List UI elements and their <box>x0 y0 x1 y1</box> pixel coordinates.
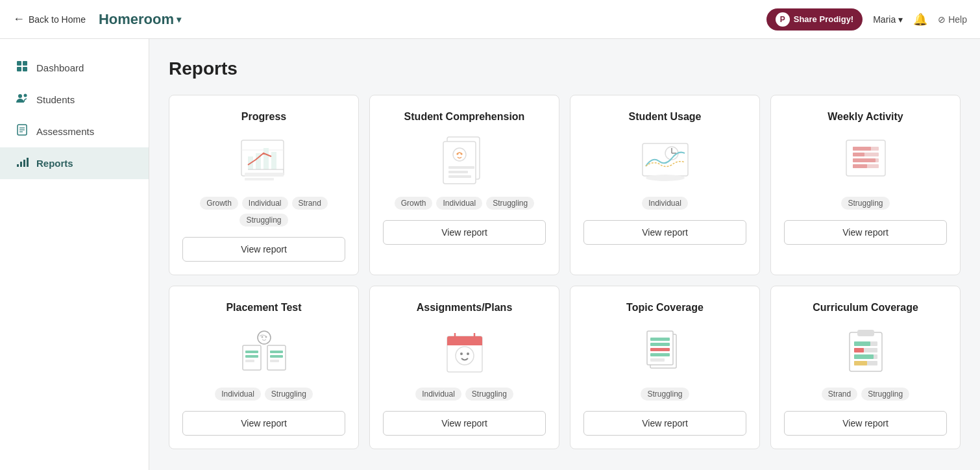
sidebar-item-dashboard[interactable]: Dashboard <box>0 52 149 84</box>
homeroom-dropdown[interactable]: Homeroom ▾ <box>99 11 181 28</box>
svg-rect-38 <box>853 147 871 151</box>
svg-rect-51 <box>245 360 254 362</box>
svg-rect-49 <box>245 351 258 353</box>
svg-rect-69 <box>650 353 670 356</box>
notifications-bell-icon[interactable]: 🔔 <box>913 12 927 27</box>
svg-rect-67 <box>650 343 670 346</box>
sidebar-students-label: Students <box>36 94 75 105</box>
page-title: Reports <box>169 58 961 79</box>
assignments-plans-card-title: Assignments/Plans <box>417 302 513 314</box>
tag-struggling-5: Struggling <box>465 388 513 401</box>
tag-individual-2: Individual <box>436 197 482 210</box>
svg-rect-30 <box>448 175 471 178</box>
svg-rect-1 <box>23 61 27 66</box>
curriculum-coverage-view-report-button[interactable]: View report <box>784 411 947 436</box>
svg-rect-36 <box>846 140 885 176</box>
svg-rect-74 <box>854 341 870 346</box>
svg-rect-29 <box>448 171 468 173</box>
svg-rect-50 <box>245 355 258 358</box>
svg-rect-66 <box>650 338 670 341</box>
svg-point-26 <box>456 153 458 155</box>
placement-test-card-title: Placement Test <box>226 302 301 314</box>
assignments-plans-card: Assignments/Plans <box>369 286 559 449</box>
svg-rect-10 <box>17 164 19 167</box>
tag-individual-3: Individual <box>642 197 688 210</box>
svg-point-45 <box>258 331 271 344</box>
sidebar-item-students[interactable]: Students <box>0 84 149 116</box>
weekly-activity-card-tags: Struggling <box>841 197 889 210</box>
svg-rect-14 <box>241 140 284 176</box>
student-comprehension-card: Student Comprehension <box>369 95 559 275</box>
reports-grid: Progress Gr <box>169 95 961 449</box>
help-button[interactable]: ⊘ Help <box>938 14 967 25</box>
svg-rect-78 <box>854 354 874 359</box>
tag-struggling-6: Struggling <box>641 388 689 401</box>
svg-rect-11 <box>20 162 22 167</box>
curriculum-coverage-card-title: Curriculum Coverage <box>813 302 918 314</box>
topic-coverage-card-icon <box>633 321 698 380</box>
svg-rect-22 <box>245 178 274 180</box>
assessments-icon <box>16 123 29 140</box>
assignments-plans-view-report-button[interactable]: View report <box>383 411 546 436</box>
placement-test-card-icon <box>232 321 297 380</box>
tag-growth: Growth <box>200 197 238 210</box>
sidebar-item-reports[interactable]: Reports <box>0 147 149 179</box>
topnav-right-area: P Share Prodigy! Maria ▾ 🔔 ⊘ Help <box>766 8 967 31</box>
user-caret-icon: ▾ <box>898 14 903 25</box>
svg-rect-54 <box>270 355 283 358</box>
svg-rect-40 <box>853 153 864 156</box>
progress-card-icon <box>232 130 297 189</box>
prodigy-p-icon: P <box>776 12 790 27</box>
svg-rect-44 <box>853 164 867 168</box>
tag-struggling-7: Struggling <box>861 388 909 401</box>
svg-rect-72 <box>857 330 874 336</box>
progress-view-report-button[interactable]: View report <box>182 237 345 262</box>
dashboard-icon <box>16 60 29 76</box>
weekly-activity-view-report-button[interactable]: View report <box>784 220 947 245</box>
topic-coverage-view-report-button[interactable]: View report <box>583 411 746 436</box>
svg-point-35 <box>646 175 685 181</box>
svg-rect-58 <box>447 341 482 345</box>
homeroom-caret-icon: ▾ <box>177 14 181 25</box>
svg-rect-13 <box>27 158 29 167</box>
user-label: Maria <box>873 14 896 25</box>
svg-rect-42 <box>853 158 876 162</box>
topic-coverage-card-title: Topic Coverage <box>626 302 704 314</box>
sidebar-item-assessments[interactable]: Assessments <box>0 116 149 147</box>
student-comprehension-card-icon <box>432 130 497 189</box>
tag-strand-2: Strand <box>822 388 857 401</box>
share-prodigy-button[interactable]: P Share Prodigy! <box>766 8 863 31</box>
svg-point-4 <box>18 94 22 98</box>
placement-test-card: Placement Test <box>169 286 359 449</box>
help-label: Help <box>948 14 967 25</box>
curriculum-coverage-card: Curriculum Coverage <box>770 286 961 449</box>
tag-struggling-3: Struggling <box>841 197 889 210</box>
topic-coverage-card-tags: Struggling <box>641 388 689 401</box>
svg-rect-55 <box>270 360 279 362</box>
svg-rect-68 <box>650 348 670 351</box>
progress-card-title: Progress <box>241 111 286 123</box>
svg-rect-0 <box>17 61 21 66</box>
main-content: Reports Progress <box>149 39 980 470</box>
student-usage-view-report-button[interactable]: View report <box>583 220 746 245</box>
svg-rect-21 <box>245 173 284 177</box>
tag-individual-4: Individual <box>215 388 261 401</box>
placement-test-view-report-button[interactable]: View report <box>182 411 345 436</box>
svg-rect-12 <box>23 160 25 167</box>
svg-rect-76 <box>854 348 864 352</box>
svg-rect-31 <box>643 143 688 176</box>
user-menu-button[interactable]: Maria ▾ <box>873 14 903 25</box>
weekly-activity-card-title: Weekly Activity <box>827 111 903 123</box>
app-layout: Dashboard Students <box>0 39 980 470</box>
sidebar: Dashboard Students <box>0 39 149 470</box>
topic-coverage-card: Topic Coverage Strugglin <box>570 286 760 449</box>
back-to-home-button[interactable]: ← Back to Home <box>13 12 86 26</box>
reports-icon <box>16 155 29 171</box>
svg-point-46 <box>261 336 263 338</box>
svg-rect-2 <box>17 67 21 71</box>
tag-struggling-2: Struggling <box>486 197 534 210</box>
student-usage-card-title: Student Usage <box>628 111 701 123</box>
top-navigation: ← Back to Home Homeroom ▾ P Share Prodig… <box>0 0 980 39</box>
svg-point-47 <box>265 336 267 338</box>
student-comprehension-view-report-button[interactable]: View report <box>383 220 546 245</box>
